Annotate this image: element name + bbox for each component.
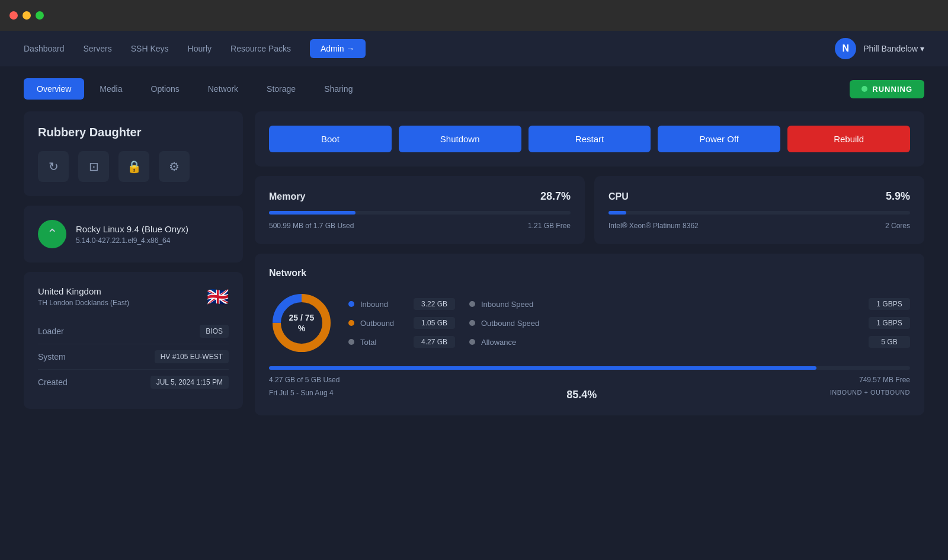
total-value: 4.27 GB <box>414 336 455 348</box>
rebuild-button[interactable]: Rebuild <box>787 126 910 152</box>
os-kernel: 5.14.0-427.22.1.el9_4.x86_64 <box>76 236 188 245</box>
os-info: Rocky Linux 9.4 (Blue Onyx) 5.14.0-427.2… <box>76 224 188 245</box>
os-card: ⌃ Rocky Linux 9.4 (Blue Onyx) 5.14.0-427… <box>24 206 243 263</box>
right-panel: Boot Shutdown Restart Power Off Rebuild … <box>255 111 924 418</box>
location-info: United Kingdom TH London Docklands (East… <box>38 286 129 307</box>
network-period: Fri Jul 5 - Sun Aug 4 <box>269 389 334 401</box>
shutdown-button[interactable]: Shutdown <box>399 126 521 152</box>
network-body: 25 / 75% Inbound 3.22 GB Outbound 1.05 G… <box>269 290 910 356</box>
memory-percent: 28.7% <box>540 190 571 203</box>
network-bar-footer: 4.27 GB of 5 GB Used 749.57 MB Free <box>269 376 910 384</box>
location-name: United Kingdom <box>38 286 129 296</box>
tab-overview[interactable]: Overview <box>24 78 84 100</box>
memory-bar-track <box>269 211 571 215</box>
inbound-speed-row: Inbound Speed 1 GBPS <box>469 298 910 310</box>
inbound-speed-dot-icon <box>469 301 475 307</box>
network-bar-bottom: Fri Jul 5 - Sun Aug 4 85.4% INBOUND + OU… <box>269 389 910 401</box>
cpu-header: CPU 5.9% <box>608 190 910 203</box>
tab-options[interactable]: Options <box>138 78 193 100</box>
memory-free: 1.21 GB Free <box>528 222 571 230</box>
memory-footer: 500.99 MB of 1.7 GB Used 1.21 GB Free <box>269 222 571 230</box>
nav-resource-packs[interactable]: Resource Packs <box>230 44 291 53</box>
inbound-speed-label: Inbound Speed <box>481 300 863 309</box>
console-button[interactable]: ⊡ <box>78 151 109 182</box>
mac-titlebar <box>0 0 948 31</box>
tab-sharing[interactable]: Sharing <box>311 78 366 100</box>
memory-used: 500.99 MB of 1.7 GB Used <box>269 222 354 230</box>
memory-header: Memory 28.7% <box>269 190 571 203</box>
restart-button[interactable]: Restart <box>529 126 651 152</box>
donut-label: 25 / 75% <box>289 312 315 334</box>
info-card: United Kingdom TH London Docklands (East… <box>24 272 243 409</box>
sub-nav-left: Overview Media Options Network Storage S… <box>24 78 366 100</box>
cpu-bar-track <box>608 211 910 215</box>
boot-button[interactable]: Boot <box>269 126 392 152</box>
network-type: INBOUND + OUTBOUND <box>830 389 910 401</box>
os-name: Rocky Linux 9.4 (Blue Onyx) <box>76 224 188 234</box>
tab-network[interactable]: Network <box>195 78 251 100</box>
os-icon: ⌃ <box>38 220 66 248</box>
running-badge: RUNNING <box>850 80 924 98</box>
nav-ssh-keys[interactable]: SSH Keys <box>131 44 169 53</box>
outbound-speed-value: 1 GBPS <box>869 317 910 329</box>
loader-row: Loader BIOS <box>38 319 229 344</box>
outbound-dot-icon <box>348 320 354 326</box>
total-dot-icon <box>348 339 354 345</box>
page-content: Overview Media Options Network Storage S… <box>0 66 948 442</box>
refresh-button[interactable]: ↻ <box>38 151 69 182</box>
lock-button[interactable]: 🔒 <box>118 151 149 182</box>
tab-media[interactable]: Media <box>87 78 135 100</box>
network-percent: 85.4% <box>566 389 597 401</box>
allowance-row: Allowance 5 GB <box>469 336 910 348</box>
avatar: N <box>835 38 856 59</box>
server-icon-row: ↻ ⊡ 🔒 ⚙ <box>38 151 229 182</box>
cpu-cores: 2 Cores <box>885 222 910 230</box>
nav-dashboard[interactable]: Dashboard <box>24 44 65 53</box>
close-button[interactable] <box>9 11 18 20</box>
cpu-card: CPU 5.9% Intel® Xeon® Platinum 8362 2 Co… <box>594 176 924 244</box>
inbound-row: Inbound 3.22 GB <box>348 298 455 310</box>
network-bar-free: 749.57 MB Free <box>859 376 910 384</box>
nav-links: Dashboard Servers SSH Keys Hourly Resour… <box>24 39 366 58</box>
flag-icon: 🇬🇧 <box>207 286 229 307</box>
inbound-value: 3.22 GB <box>414 298 455 310</box>
donut-chart: 25 / 75% <box>269 290 334 356</box>
outbound-speed-dot-icon <box>469 320 475 326</box>
location-row: United Kingdom TH London Docklands (East… <box>38 286 229 307</box>
server-name: Rubbery Daughter <box>38 126 229 139</box>
maximize-button[interactable] <box>36 11 44 20</box>
allowance-label: Allowance <box>481 338 863 347</box>
created-row: Created JUL 5, 2024 1:15 PM <box>38 370 229 395</box>
total-row: Total 4.27 GB <box>348 336 455 348</box>
nav-hourly[interactable]: Hourly <box>188 44 212 53</box>
network-bar-used: 4.27 GB of 5 GB Used <box>269 376 340 384</box>
main-layout: Rubbery Daughter ↻ ⊡ 🔒 ⚙ ⌃ Rocky Linux 9… <box>24 111 924 418</box>
network-right-stats: Inbound Speed 1 GBPS Outbound Speed 1 GB… <box>469 298 910 348</box>
outbound-row: Outbound 1.05 GB <box>348 317 455 329</box>
left-panel: Rubbery Daughter ↻ ⊡ 🔒 ⚙ ⌃ Rocky Linux 9… <box>24 111 243 418</box>
cpu-footer: Intel® Xeon® Platinum 8362 2 Cores <box>608 222 910 230</box>
sub-nav: Overview Media Options Network Storage S… <box>24 66 924 111</box>
top-nav: Dashboard Servers SSH Keys Hourly Resour… <box>0 31 948 66</box>
action-card: Boot Shutdown Restart Power Off Rebuild <box>255 111 924 167</box>
admin-button[interactable]: Admin → <box>310 39 366 58</box>
network-title: Network <box>269 268 910 279</box>
cpu-percent: 5.9% <box>886 190 910 203</box>
tab-storage[interactable]: Storage <box>254 78 309 100</box>
user-name[interactable]: Phill Bandelow ▾ <box>863 44 924 53</box>
settings-button[interactable]: ⚙ <box>159 151 190 182</box>
power-off-button[interactable]: Power Off <box>658 126 780 152</box>
minimize-button[interactable] <box>23 11 31 20</box>
total-label: Total <box>360 338 408 347</box>
running-dot-icon <box>861 86 867 92</box>
inbound-speed-value: 1 GBPS <box>869 298 910 310</box>
system-row: System HV #105 EU-WEST <box>38 344 229 370</box>
outbound-value: 1.05 GB <box>414 317 455 329</box>
allowance-value: 5 GB <box>869 336 910 348</box>
cpu-processor: Intel® Xeon® Platinum 8362 <box>608 222 699 230</box>
nav-servers[interactable]: Servers <box>84 44 112 53</box>
server-name-card: Rubbery Daughter ↻ ⊡ 🔒 ⚙ <box>24 111 243 196</box>
network-bar-track <box>269 366 910 370</box>
memory-label: Memory <box>269 191 305 202</box>
cpu-label: CPU <box>608 191 629 202</box>
